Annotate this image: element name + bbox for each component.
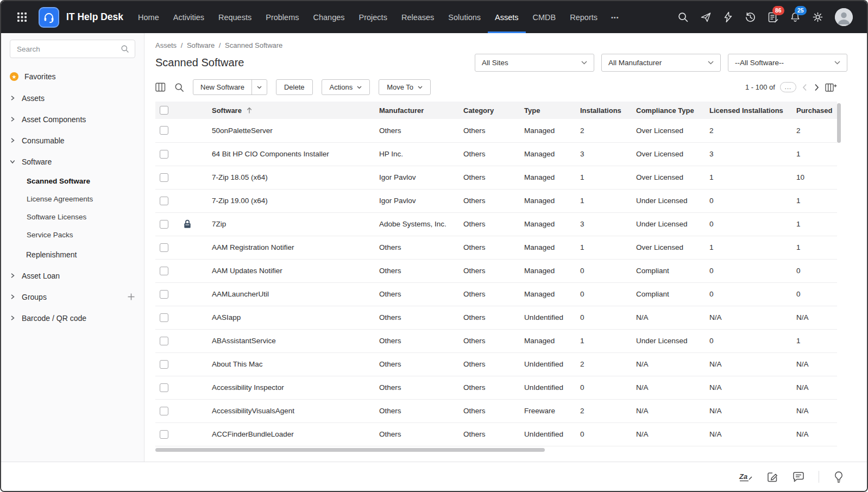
cell-software[interactable]: AAM Registration Notifier [207, 236, 375, 259]
total-count-button[interactable]: ... [780, 82, 796, 92]
column-chooser-button[interactable] [825, 83, 837, 92]
app-switcher-button[interactable] [17, 12, 27, 22]
cell-software[interactable]: 50onPaletteServer [207, 119, 375, 142]
global-search-button[interactable] [677, 11, 689, 23]
table-row[interactable]: 50onPaletteServerOthersOthersManaged2Ove… [155, 119, 837, 142]
manufacturer-filter-select[interactable]: All Manufacturer [601, 54, 721, 72]
list-search-button[interactable] [174, 83, 184, 92]
nav-item-activities[interactable]: Activities [166, 1, 211, 33]
row-checkbox[interactable] [160, 267, 168, 275]
vertical-scrollbar[interactable] [837, 103, 841, 143]
quick-create-button[interactable] [700, 11, 712, 23]
column-header-software[interactable]: Software [207, 102, 375, 119]
cell-software[interactable]: 7-Zip 18.05 (x64) [207, 166, 375, 189]
history-button[interactable] [745, 11, 756, 23]
row-checkbox[interactable] [160, 290, 168, 299]
nav-item-requests[interactable]: Requests [211, 1, 259, 33]
sidebar-item-consumable[interactable]: Consumable [1, 130, 144, 151]
table-row[interactable]: AAM Registration NotifierOthersOthersMan… [155, 236, 837, 259]
cell-software[interactable]: 7Zip [207, 212, 375, 236]
next-page-button[interactable] [813, 83, 820, 92]
quick-actions-button[interactable] [723, 11, 733, 23]
cell-software[interactable]: 64 Bit HP CIO Components Installer [207, 142, 375, 166]
row-checkbox[interactable] [160, 173, 168, 182]
cell-software[interactable]: Accessibility Inspector [207, 376, 375, 399]
tasks-button[interactable]: 86 [768, 11, 778, 23]
notifications-button[interactable]: 25 [790, 11, 801, 23]
select-all-checkbox[interactable] [160, 106, 168, 115]
nav-item-solutions[interactable]: Solutions [441, 1, 488, 33]
nav-item-home[interactable]: Home [131, 1, 166, 33]
theme-toggle-button[interactable] [833, 471, 844, 483]
column-header-type[interactable]: Type [520, 102, 576, 119]
cell-software[interactable]: AccessibilityVisualsAgent [207, 399, 375, 422]
table-row[interactable]: ACCFinderBundleLoaderOthersOthersUnIdent… [155, 422, 837, 446]
sidebar-item-barcode-qr-code[interactable]: Barcode / QR code [1, 307, 144, 329]
cell-software[interactable]: ACCFinderBundleLoader [207, 422, 375, 446]
nav-item-reports[interactable]: Reports [563, 1, 605, 33]
add-group-button[interactable] [127, 293, 135, 301]
table-row[interactable]: ABAssistantServiceOthersOthersManaged1Un… [155, 329, 837, 352]
sidebar-item-license-agreements[interactable]: License Agreements [1, 190, 144, 208]
sidebar-item-groups[interactable]: Groups [1, 286, 144, 307]
table-row[interactable]: 7ZipAdobe Systems, Inc.OthersManaged3Und… [155, 212, 837, 236]
software-filter-select[interactable]: --All Software-- [728, 54, 847, 72]
horizontal-scrollbar[interactable] [155, 448, 545, 452]
cell-software[interactable]: ABAssistantService [207, 329, 375, 352]
table-row[interactable]: 7-Zip 18.05 (x64)Igor PavlovOthersManage… [155, 166, 837, 189]
sidebar-item-asset-components[interactable]: Asset Components [1, 109, 144, 130]
chat-button[interactable] [792, 471, 804, 482]
table-row[interactable]: AAMLauncherUtilOthersOthersManaged0Compl… [155, 282, 837, 306]
row-checkbox[interactable] [160, 150, 168, 159]
cell-software[interactable]: AAMLauncherUtil [207, 282, 375, 306]
nav-item-cmdb[interactable]: CMDB [526, 1, 563, 33]
settings-button[interactable] [812, 11, 823, 23]
table-row[interactable]: AASIappOthersOthersUnIdentified0N/AN/AN/… [155, 306, 837, 329]
breadcrumb-software[interactable]: Software [187, 41, 215, 49]
column-header-installations[interactable]: Installations [576, 102, 632, 119]
row-checkbox[interactable] [160, 313, 168, 322]
column-header-manufacturer[interactable]: Manufacturer [375, 102, 459, 119]
row-checkbox[interactable] [160, 197, 168, 205]
sidebar-item-software[interactable]: Software [1, 151, 144, 172]
cell-software[interactable]: 7-Zip 19.00 (x64) [207, 189, 375, 212]
cell-software[interactable]: AAM Updates Notifier [207, 259, 375, 282]
cell-software[interactable]: About This Mac [207, 352, 375, 376]
sidebar-item-favorites[interactable]: ★ Favorites [1, 66, 144, 87]
app-logo[interactable] [39, 7, 59, 28]
nav-item-releases[interactable]: Releases [394, 1, 441, 33]
table-row[interactable]: AccessibilityVisualsAgentOthersOthersFre… [155, 399, 837, 422]
column-header-licensed-installations[interactable]: Licensed Installations [705, 102, 792, 119]
sidebar-search-input[interactable] [17, 45, 121, 53]
nav-item-problems[interactable]: Problems [259, 1, 306, 33]
column-header-purchased[interactable]: Purchased [792, 102, 837, 119]
prev-page-button[interactable] [801, 83, 808, 92]
sidebar-item-scanned-software[interactable]: Scanned Software [1, 172, 144, 190]
sidebar-item-software-licenses[interactable]: Software Licenses [1, 208, 144, 226]
feedback-button[interactable] [767, 471, 778, 482]
table-row[interactable]: 64 Bit HP CIO Components InstallerHP Inc… [155, 142, 837, 166]
table-row[interactable]: About This MacOthersOthersUnIdentified2N… [155, 352, 837, 376]
view-selector-button[interactable] [155, 83, 166, 92]
new-software-button[interactable]: New Software [193, 79, 267, 95]
site-filter-select[interactable]: All Sites [475, 54, 594, 72]
column-header-category[interactable]: Category [459, 102, 520, 119]
row-checkbox[interactable] [160, 220, 168, 229]
zia-button[interactable]: Za [739, 471, 753, 482]
row-checkbox[interactable] [160, 430, 168, 439]
table-row[interactable]: AAM Updates NotifierOthersOthersManaged0… [155, 259, 837, 282]
row-checkbox[interactable] [160, 337, 168, 345]
sidebar-item-service-packs[interactable]: Service Packs [1, 226, 144, 244]
delete-button[interactable]: Delete [276, 79, 313, 95]
sidebar-search[interactable] [10, 40, 135, 58]
nav-item-changes[interactable]: Changes [306, 1, 351, 33]
nav-item-projects[interactable]: Projects [352, 1, 394, 33]
sidebar-item-asset-loan[interactable]: Asset Loan [1, 265, 144, 286]
actions-button[interactable]: Actions [322, 79, 370, 95]
sidebar-item-assets[interactable]: Assets [1, 87, 144, 109]
row-checkbox[interactable] [160, 126, 168, 135]
user-avatar[interactable] [835, 8, 853, 26]
cell-software[interactable]: AASIapp [207, 306, 375, 329]
row-checkbox[interactable] [160, 407, 168, 415]
nav-item-assets[interactable]: Assets [488, 1, 526, 33]
